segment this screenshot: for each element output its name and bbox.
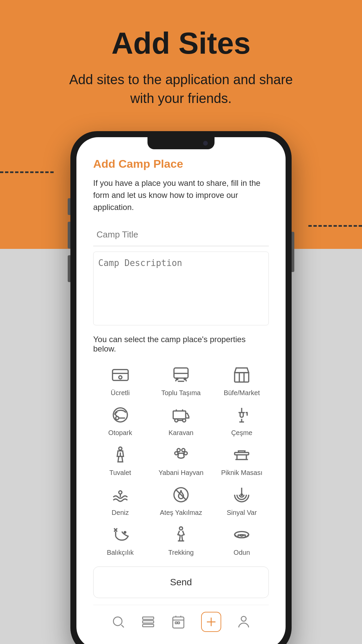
camp-title-input[interactable] xyxy=(93,223,269,246)
property-piknik-masasi[interactable]: Piknik Masası xyxy=(215,443,269,477)
svg-point-13 xyxy=(175,452,178,455)
dashed-line-right xyxy=(308,225,362,227)
property-yabani-hayvan[interactable]: Yabani Hayvan xyxy=(154,443,208,477)
property-otopark[interactable]: Otopark xyxy=(93,404,147,437)
trekking-label: Trekking xyxy=(168,549,194,556)
otopark-icon xyxy=(109,404,132,426)
front-camera xyxy=(203,141,208,146)
sinyal-var-icon xyxy=(230,483,253,506)
header-section: Add Sites Add sites to the application a… xyxy=(0,0,362,121)
page-subtitle: Add sites to the application and share w… xyxy=(64,70,298,108)
send-button[interactable]: Send xyxy=(93,567,269,598)
property-karavan[interactable]: Karavan xyxy=(154,404,208,437)
phone-screen: Add Camp Place If you have a place you w… xyxy=(76,137,286,644)
side-button-2 xyxy=(68,222,70,249)
property-toplu-tasima[interactable]: Toplu Taşıma xyxy=(154,364,208,397)
properties-description: You can select the camp place's properti… xyxy=(93,335,269,354)
form-title: Add Camp Place xyxy=(93,157,269,170)
svg-point-1 xyxy=(119,376,122,379)
deniz-icon xyxy=(109,483,132,506)
nav-profile[interactable] xyxy=(236,614,251,629)
trekking-icon xyxy=(170,523,192,546)
phone-mockup: Add Camp Place If you have a place you w… xyxy=(0,131,362,644)
bufe-market-icon xyxy=(230,364,253,386)
search-icon xyxy=(111,614,126,629)
add-icon xyxy=(204,614,219,629)
svg-rect-30 xyxy=(178,622,180,624)
property-trekking[interactable]: Trekking xyxy=(154,523,208,556)
karavan-icon xyxy=(170,404,192,426)
svg-point-6 xyxy=(116,417,119,420)
yabani-hayvan-label: Yabani Hayvan xyxy=(159,469,203,477)
svg-rect-28 xyxy=(173,617,184,628)
sinyal-var-label: Sinyal Var xyxy=(227,509,257,517)
cesme-icon xyxy=(230,404,253,426)
toplu-tasima-icon xyxy=(170,364,192,386)
bottom-navigation xyxy=(93,605,269,639)
side-button-right xyxy=(292,232,294,272)
screen-content: Add Camp Place If you have a place you w… xyxy=(76,137,286,644)
property-balikcilik[interactable]: Balıkçılık xyxy=(93,523,147,556)
karavan-label: Karavan xyxy=(169,429,194,437)
property-ates-yakilmaz[interactable]: Ateş Yakılmaz xyxy=(154,483,208,517)
phone-notch xyxy=(147,137,215,149)
nav-add[interactable] xyxy=(201,612,221,632)
balikcilik-icon xyxy=(109,523,132,546)
svg-point-10 xyxy=(119,447,122,450)
ucretli-icon xyxy=(109,364,132,386)
svg-point-16 xyxy=(119,491,122,494)
svg-point-24 xyxy=(113,617,122,626)
svg-rect-29 xyxy=(175,622,177,624)
property-bufe-market[interactable]: Büfe/Market xyxy=(215,364,269,397)
bufe-market-label: Büfe/Market xyxy=(224,389,260,397)
ucretli-label: Ücretli xyxy=(111,389,130,397)
odun-label: Odun xyxy=(234,549,250,556)
phone-frame: Add Camp Place If you have a place you w… xyxy=(70,131,292,644)
ates-yakilmaz-label: Ateş Yakılmaz xyxy=(160,509,202,517)
odun-icon xyxy=(230,523,253,546)
otopark-label: Otopark xyxy=(108,429,132,437)
nav-calendar[interactable] xyxy=(171,614,186,629)
properties-grid: Ücretli Toplu Taşıma Büfe/ xyxy=(93,364,269,556)
property-tuvalet[interactable]: Tuvalet xyxy=(93,443,147,477)
deniz-label: Deniz xyxy=(112,509,129,517)
piknik-masasi-icon xyxy=(230,443,253,466)
svg-rect-25 xyxy=(143,617,154,619)
svg-point-12 xyxy=(182,448,185,451)
svg-rect-27 xyxy=(143,624,154,627)
nav-list[interactable] xyxy=(141,614,156,629)
svg-point-9 xyxy=(183,419,186,422)
tuvalet-label: Tuvalet xyxy=(109,469,131,477)
list-icon xyxy=(141,614,156,629)
property-ucretli[interactable]: Ücretli xyxy=(93,364,147,397)
profile-icon xyxy=(236,614,251,629)
cesme-label: Çeşme xyxy=(231,429,252,437)
svg-point-3 xyxy=(176,378,178,380)
piknik-masasi-label: Piknik Masası xyxy=(221,469,262,477)
property-odun[interactable]: Odun xyxy=(215,523,269,556)
side-button-3 xyxy=(68,255,70,282)
property-cesme[interactable]: Çeşme xyxy=(215,404,269,437)
svg-rect-7 xyxy=(173,411,186,419)
yabani-hayvan-icon xyxy=(170,443,192,466)
side-button-1 xyxy=(68,198,70,215)
property-deniz[interactable]: Deniz xyxy=(93,483,147,517)
form-description: If you have a place you want to share, f… xyxy=(93,177,269,213)
svg-point-20 xyxy=(124,532,126,533)
toplu-tasima-label: Toplu Taşıma xyxy=(161,389,200,397)
tuvalet-icon xyxy=(109,443,132,466)
svg-rect-15 xyxy=(235,452,249,455)
nav-search[interactable] xyxy=(111,614,126,629)
calendar-icon xyxy=(171,614,186,629)
svg-point-14 xyxy=(184,452,187,455)
svg-point-31 xyxy=(241,616,246,622)
svg-point-21 xyxy=(179,527,182,530)
add-button-border xyxy=(201,612,221,632)
camp-description-textarea[interactable] xyxy=(93,252,269,325)
dashed-line-left xyxy=(0,171,54,173)
ates-yakilmaz-icon xyxy=(170,483,192,506)
page-title: Add Sites xyxy=(27,27,335,60)
property-sinyal-var[interactable]: Sinyal Var xyxy=(215,483,269,517)
svg-point-11 xyxy=(177,448,180,451)
balikcilik-label: Balıkçılık xyxy=(107,549,134,556)
